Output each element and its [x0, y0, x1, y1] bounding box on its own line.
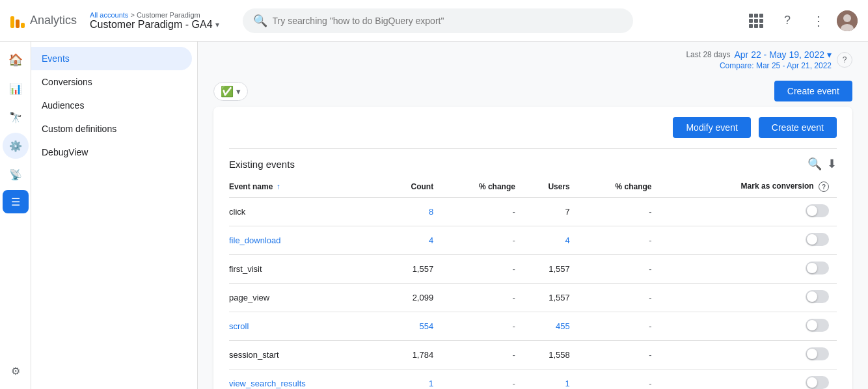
date-help-icon[interactable]: ?	[837, 52, 852, 68]
nav-item-custom-definitions[interactable]: Custom definitions	[31, 117, 192, 141]
date-section: Last 28 days Apr 22 - May 19, 2022 ▾ Com…	[686, 49, 832, 70]
date-main[interactable]: Apr 22 - May 19, 2022 ▾	[734, 49, 832, 60]
nav-item-audiences[interactable]: Audiences	[31, 94, 192, 117]
existing-events-section: Existing events 🔍 ⬇ Event name ↑ Count %…	[213, 148, 852, 389]
more-options-button[interactable]: ⋮	[806, 8, 832, 34]
header-actions: ? ⋮	[743, 8, 858, 34]
conversion-toggle[interactable]	[806, 262, 829, 275]
event-conversion-cell[interactable]	[659, 226, 837, 255]
event-name-cell[interactable]: scroll	[229, 312, 385, 341]
breadcrumb-all-accounts[interactable]: All accounts	[90, 11, 128, 19]
nav-item-events[interactable]: Events	[31, 47, 192, 70]
conversion-toggle[interactable]	[806, 319, 829, 332]
events-panel-header: Modify event Create event	[213, 107, 852, 148]
event-users-change-cell: -	[578, 341, 660, 369]
app-header: Analytics All accounts > Customer Paradi…	[0, 0, 868, 42]
property-name: Customer Paradigm - GA4	[90, 19, 213, 31]
event-count-cell: 1,784	[385, 341, 441, 369]
modify-event-button[interactable]: Modify event	[673, 117, 750, 138]
conversion-help-icon[interactable]: ?	[819, 181, 829, 192]
waffle-menu-button[interactable]	[743, 8, 769, 34]
col-users: Users	[523, 176, 578, 198]
conversion-toggle[interactable]	[806, 233, 829, 246]
filter-dropdown-arrow[interactable]: ▾	[236, 87, 241, 96]
event-users-change-cell: -	[578, 369, 660, 390]
event-users-cell: 1,557	[523, 255, 578, 284]
event-name-cell[interactable]: view_search_results	[229, 369, 385, 390]
event-users-cell: 7	[523, 198, 578, 226]
table-row: first_visit 1,557 - 1,557 -	[229, 255, 837, 284]
table-row: page_view 2,099 - 1,557 -	[229, 284, 837, 312]
search-bar[interactable]: 🔍	[243, 8, 633, 33]
sidebar-icon-reports[interactable]: 📊	[3, 75, 29, 101]
event-count-change-cell: -	[441, 226, 523, 255]
event-conversion-cell[interactable]	[659, 284, 837, 312]
event-users-change-cell: -	[578, 312, 660, 341]
event-name-cell: page_view	[229, 284, 385, 312]
search-input[interactable]	[273, 16, 623, 26]
app-name: Analytics	[30, 14, 77, 27]
date-label: Last 28 days	[686, 50, 730, 59]
events-table: Event name ↑ Count % change Users % chan…	[229, 176, 837, 389]
main-layout: 🏠 📊 🔭 ⚙️ 📡 ☰ ⚙ Events Conversions Audien…	[0, 42, 868, 389]
avatar[interactable]	[837, 10, 858, 31]
event-count-change-cell: -	[441, 284, 523, 312]
create-event-button[interactable]: Create event	[759, 117, 837, 138]
sort-arrow-icon[interactable]: ↑	[277, 182, 280, 191]
sidebar-icon-configure[interactable]: ⚙️	[3, 133, 29, 159]
event-conversion-cell[interactable]	[659, 255, 837, 284]
sidebar-icon-active-section[interactable]: ☰	[3, 190, 29, 213]
main-content: Last 28 days Apr 22 - May 19, 2022 ▾ Com…	[198, 42, 868, 389]
events-actions: Modify event Create event	[673, 117, 837, 138]
event-count-cell: 4	[385, 226, 441, 255]
event-users-change-cell: -	[578, 226, 660, 255]
date-dropdown-arrow[interactable]: ▾	[827, 49, 832, 60]
event-count-cell: 2,099	[385, 284, 441, 312]
existing-events-title: Existing events	[229, 159, 295, 170]
event-name-cell: session_start	[229, 341, 385, 369]
table-row: session_start 1,784 - 1,558 -	[229, 341, 837, 369]
event-users-cell: 455	[523, 312, 578, 341]
event-name-cell[interactable]: file_download	[229, 226, 385, 255]
conversion-toggle[interactable]	[806, 290, 829, 303]
event-count-cell: 8	[385, 198, 441, 226]
event-count-change-cell: -	[441, 312, 523, 341]
sidebar-icon-explore[interactable]: 🔭	[3, 104, 29, 130]
sidebar-icons: 🏠 📊 🔭 ⚙️ 📡 ☰ ⚙	[0, 42, 31, 389]
event-users-change-cell: -	[578, 284, 660, 312]
property-dropdown-arrow[interactable]: ▾	[215, 20, 219, 29]
date-topbar: Last 28 days Apr 22 - May 19, 2022 ▾ Com…	[198, 42, 868, 75]
top-create-button[interactable]: Create event	[774, 81, 852, 101]
event-name-cell: click	[229, 198, 385, 226]
sidebar-icon-advertising[interactable]: 📡	[3, 161, 29, 187]
compare-date: Compare: Mar 25 - Apr 21, 2022	[720, 61, 832, 70]
left-nav: Events Conversions Audiences Custom defi…	[31, 42, 198, 389]
filter-chip[interactable]: ✅ ▾	[213, 82, 248, 101]
event-users-cell: 1,558	[523, 341, 578, 369]
conversion-toggle[interactable]	[806, 376, 829, 389]
sidebar-icon-home[interactable]: 🏠	[3, 47, 29, 73]
search-events-button[interactable]: 🔍	[807, 157, 822, 171]
event-count-change-cell: -	[441, 198, 523, 226]
conversion-toggle[interactable]	[806, 347, 829, 360]
event-conversion-cell[interactable]	[659, 341, 837, 369]
sidebar-icon-settings[interactable]: ⚙	[3, 358, 29, 384]
svg-point-1	[843, 14, 851, 22]
event-count-change-cell: -	[441, 341, 523, 369]
conversion-toggle[interactable]	[806, 204, 829, 217]
event-conversion-cell[interactable]	[659, 369, 837, 390]
col-users-change: % change	[578, 176, 660, 198]
event-conversion-cell[interactable]	[659, 198, 837, 226]
existing-events-header: Existing events 🔍 ⬇	[229, 148, 837, 176]
event-users-change-cell: -	[578, 198, 660, 226]
event-conversion-cell[interactable]	[659, 312, 837, 341]
nav-item-debugview[interactable]: DebugView	[31, 141, 192, 164]
help-button[interactable]: ?	[774, 8, 800, 34]
col-event-name: Event name ↑	[229, 176, 385, 198]
download-events-button[interactable]: ⬇	[827, 157, 837, 171]
table-row: file_download 4 - 4 -	[229, 226, 837, 255]
table-row: click 8 - 7 -	[229, 198, 837, 226]
table-row: scroll 554 - 455 -	[229, 312, 837, 341]
event-count-change-cell: -	[441, 255, 523, 284]
nav-item-conversions[interactable]: Conversions	[31, 70, 192, 94]
